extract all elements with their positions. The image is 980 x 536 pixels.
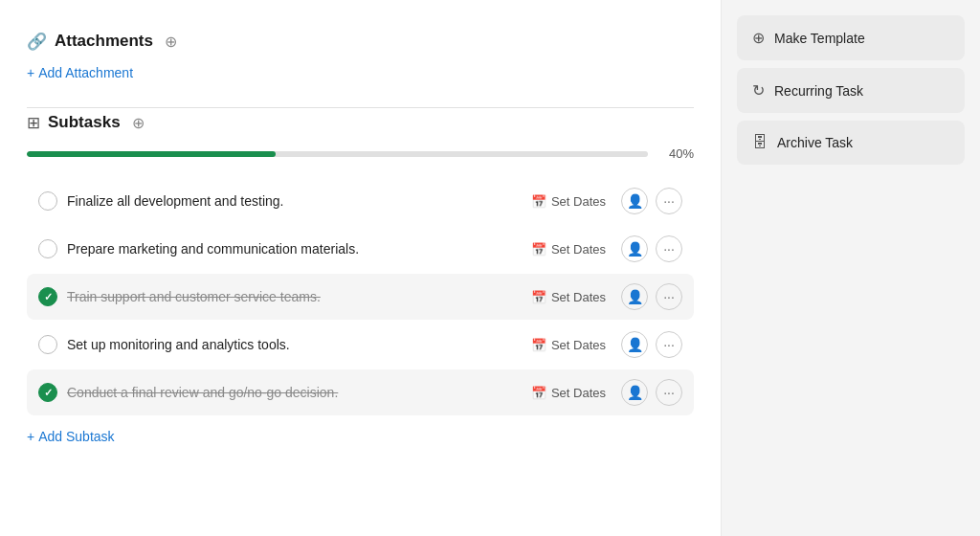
subtasks-header: ⊞ Subtasks ⊕ — [27, 112, 694, 133]
ellipsis-icon-3: ··· — [663, 289, 675, 304]
set-dates-button-1[interactable]: 📅 Set Dates — [523, 190, 613, 212]
more-options-button-5[interactable]: ··· — [656, 379, 682, 406]
subtask-left: Set up monitoring and analytics tools. — [38, 335, 523, 354]
subtask-left: Prepare marketing and communication mate… — [38, 239, 523, 258]
attachments-title: Attachments — [55, 32, 153, 51]
subtask-left: Finalize all development and testing. — [38, 191, 523, 211]
subtask-text-3: Train support and customer service teams… — [67, 289, 321, 304]
set-dates-button-3[interactable]: 📅 Set Dates — [523, 286, 613, 308]
progress-bar-fill — [27, 151, 276, 157]
subtasks-icon: ⊞ — [27, 113, 40, 133]
subtask-check-1[interactable] — [38, 191, 57, 211]
set-dates-button-4[interactable]: 📅 Set Dates — [523, 334, 613, 356]
add-subtask-icon-button[interactable]: ⊕ — [128, 112, 149, 133]
calendar-icon-3: 📅 — [531, 290, 546, 304]
progress-section: 40% — [27, 146, 694, 161]
set-dates-label-5: Set Dates — [551, 386, 606, 400]
more-options-button-3[interactable]: ··· — [656, 283, 682, 310]
table-row: Set up monitoring and analytics tools. 📅… — [27, 322, 694, 368]
table-row: Train support and customer service teams… — [27, 274, 694, 320]
user-icon-2: 👤 — [627, 241, 643, 257]
add-subtask-button[interactable]: + Add Subtask — [27, 429, 115, 444]
plus-icon-subtask: + — [27, 429, 34, 444]
progress-label: 40% — [659, 146, 694, 161]
subtask-actions-5: 📅 Set Dates 👤 ··· — [523, 379, 682, 406]
subtask-list: Finalize all development and testing. 📅 … — [27, 178, 694, 415]
assign-user-button-3[interactable]: 👤 — [621, 283, 648, 310]
archive-task-button[interactable]: 🗄 Archive Task — [737, 121, 965, 165]
subtask-text-2: Prepare marketing and communication mate… — [67, 241, 359, 257]
assign-user-button-4[interactable]: 👤 — [621, 331, 648, 358]
more-options-button-1[interactable]: ··· — [656, 188, 682, 214]
make-template-button[interactable]: ⊕ Make Template — [737, 15, 965, 60]
subtask-actions-2: 📅 Set Dates 👤 ··· — [523, 235, 682, 262]
set-dates-button-5[interactable]: 📅 Set Dates — [523, 382, 613, 404]
archive-task-label: Archive Task — [777, 135, 853, 150]
subtask-check-4[interactable] — [38, 335, 57, 354]
set-dates-label-1: Set Dates — [551, 194, 606, 209]
subtasks-title: Subtasks — [48, 113, 121, 132]
more-options-button-2[interactable]: ··· — [656, 235, 682, 262]
subtask-check-2[interactable] — [38, 239, 57, 258]
subtask-text-1: Finalize all development and testing. — [67, 193, 283, 209]
table-row: Conduct a final review and go/no-go deci… — [27, 369, 694, 415]
calendar-icon-5: 📅 — [531, 386, 546, 400]
recurring-task-button[interactable]: ↻ Recurring Task — [737, 68, 965, 113]
subtask-check-5[interactable] — [38, 383, 57, 402]
subtask-left: Train support and customer service teams… — [38, 287, 523, 306]
set-dates-button-2[interactable]: 📅 Set Dates — [523, 238, 613, 260]
section-divider — [27, 107, 694, 108]
archive-task-icon: 🗄 — [752, 134, 768, 151]
add-subtask-container: + Add Subtask — [27, 429, 694, 444]
user-icon-1: 👤 — [627, 193, 643, 209]
plus-icon: + — [27, 65, 34, 80]
user-icon-3: 👤 — [627, 289, 643, 304]
attachments-header: 🔗 Attachments ⊕ — [27, 31, 694, 52]
assign-user-button-5[interactable]: 👤 — [621, 379, 648, 406]
subtasks-section: ⊞ Subtasks ⊕ 40% Finalize all developmen… — [27, 112, 694, 444]
calendar-icon-4: 📅 — [531, 338, 546, 352]
make-template-label: Make Template — [774, 31, 865, 46]
add-subtask-label: Add Subtask — [38, 429, 114, 444]
subtask-check-3[interactable] — [38, 287, 57, 306]
assign-user-button-2[interactable]: 👤 — [621, 235, 648, 262]
subtask-actions-1: 📅 Set Dates 👤 ··· — [523, 188, 682, 214]
subtask-text-5: Conduct a final review and go/no-go deci… — [67, 385, 338, 400]
right-panel: ⊕ Make Template ↻ Recurring Task 🗄 Archi… — [722, 0, 980, 536]
subtask-actions-3: 📅 Set Dates 👤 ··· — [523, 283, 682, 310]
set-dates-label-2: Set Dates — [551, 242, 606, 257]
main-panel: 🔗 Attachments ⊕ + Add Attachment ⊞ Subta… — [0, 0, 722, 536]
set-dates-label-4: Set Dates — [551, 338, 606, 352]
calendar-icon-1: 📅 — [531, 194, 546, 209]
ellipsis-icon-2: ··· — [663, 241, 675, 257]
table-row: Prepare marketing and communication mate… — [27, 226, 694, 272]
more-options-button-4[interactable]: ··· — [656, 331, 682, 358]
recurring-task-icon: ↻ — [752, 81, 765, 100]
add-attachment-button[interactable]: + Add Attachment — [27, 65, 133, 80]
recurring-task-label: Recurring Task — [774, 83, 863, 99]
table-row: Finalize all development and testing. 📅 … — [27, 178, 694, 224]
subtask-text-4: Set up monitoring and analytics tools. — [67, 337, 290, 352]
subtask-actions-4: 📅 Set Dates 👤 ··· — [523, 331, 682, 358]
user-icon-4: 👤 — [627, 337, 643, 352]
make-template-icon: ⊕ — [752, 29, 765, 47]
attachments-icon: 🔗 — [27, 32, 47, 52]
user-icon-5: 👤 — [627, 385, 643, 400]
progress-bar-container: 40% — [27, 146, 694, 161]
add-attachment-icon-button[interactable]: ⊕ — [161, 31, 182, 52]
ellipsis-icon-1: ··· — [663, 193, 675, 209]
assign-user-button-1[interactable]: 👤 — [621, 188, 648, 214]
subtask-left: Conduct a final review and go/no-go deci… — [38, 383, 523, 402]
add-attachment-label: Add Attachment — [38, 65, 133, 80]
attachments-section: 🔗 Attachments ⊕ + Add Attachment — [27, 31, 694, 80]
calendar-icon-2: 📅 — [531, 242, 546, 257]
ellipsis-icon-5: ··· — [663, 385, 675, 400]
progress-bar-background — [27, 151, 648, 157]
set-dates-label-3: Set Dates — [551, 290, 606, 304]
ellipsis-icon-4: ··· — [663, 337, 675, 352]
